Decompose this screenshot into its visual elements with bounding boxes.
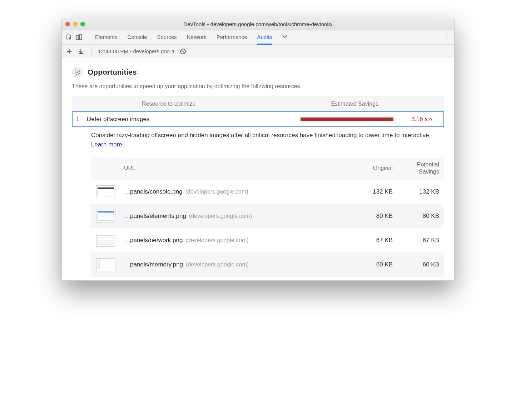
column-potential: PotentialSavings xyxy=(393,161,439,175)
new-audit-button[interactable] xyxy=(65,49,73,54)
devtools-window: DevTools - developers.google.com/web/too… xyxy=(61,18,455,281)
savings-bar-fill xyxy=(301,118,393,121)
resource-path: …panels/network.png xyxy=(124,237,183,244)
resource-row[interactable]: …panels/console.png (developers.google.c… xyxy=(91,180,444,204)
resource-path: …panels/memory.png xyxy=(124,261,183,268)
resource-table: URL Original PotentialSavings …panels/co… xyxy=(72,152,444,277)
resource-row[interactable]: …panels/network.png (developers.google.c… xyxy=(91,228,444,252)
tab-console[interactable]: Console xyxy=(128,30,147,44)
device-mode-icon[interactable] xyxy=(74,32,84,42)
window-titlebar: DevTools - developers.google.com/web/too… xyxy=(62,18,454,30)
opportunity-row[interactable]: 1 Defer offscreen images 3.16 s xyxy=(72,111,444,127)
resource-path: …panels/elements.png xyxy=(124,212,186,220)
tab-network[interactable]: Network xyxy=(187,30,207,44)
resource-path: …panels/console.png xyxy=(124,188,183,195)
resource-original-size: 67 KB xyxy=(350,237,393,244)
window-minimize-button[interactable] xyxy=(73,22,78,26)
resource-host: (developers.google.com) xyxy=(185,237,248,244)
resource-potential-savings: 67 KB xyxy=(393,237,439,244)
opportunities-header: Opportunities xyxy=(72,67,444,78)
resource-host: (developers.google.com) xyxy=(189,213,252,219)
resource-thumbnail-icon xyxy=(96,185,115,198)
column-resource: Resource to optimize xyxy=(72,101,265,107)
audit-session-dropdown[interactable]: 12:43:00 PM - developers.goo ▼ xyxy=(98,48,175,54)
resource-original-size: 132 KB xyxy=(350,188,393,195)
tab-performance[interactable]: Performance xyxy=(217,30,247,44)
resource-host: (developers.google.com) xyxy=(185,189,248,195)
tab-elements[interactable]: Elements xyxy=(95,30,118,44)
resource-potential-savings: 60 KB xyxy=(393,261,439,268)
opportunities-column-headers: Resource to optimize Estimated Savings xyxy=(72,96,444,112)
more-tabs-icon[interactable] xyxy=(282,30,288,44)
window-title: DevTools - developers.google.com/web/too… xyxy=(62,21,454,27)
devtools-menu-icon[interactable]: ⋮ xyxy=(442,34,452,41)
resource-thumbnail-icon xyxy=(96,234,115,247)
resource-row[interactable]: …panels/memory.png (developers.google.co… xyxy=(91,252,444,277)
savings-value: 3.16 s xyxy=(393,116,428,123)
opportunities-icon xyxy=(72,67,83,78)
opportunity-detail: Consider lazy-loading offscreen and hidd… xyxy=(72,127,444,152)
opportunities-title: Opportunities xyxy=(88,68,137,76)
tab-sources[interactable]: Sources xyxy=(157,30,177,44)
resource-thumbnail-icon xyxy=(96,210,115,222)
clear-audit-button[interactable] xyxy=(179,48,187,55)
resource-row[interactable]: …panels/elements.png (developers.google.… xyxy=(91,204,444,228)
window-close-button[interactable] xyxy=(65,22,70,26)
resource-thumbnail-icon xyxy=(96,258,115,271)
window-traffic-lights xyxy=(65,22,85,26)
separator xyxy=(91,47,91,56)
separator xyxy=(87,33,87,42)
audit-session-label: 12:43:00 PM - developers.goo xyxy=(98,48,170,54)
audits-report-content: Opportunities These are opportunities to… xyxy=(62,58,454,280)
resource-potential-savings: 80 KB xyxy=(393,212,439,220)
resource-original-size: 60 KB xyxy=(350,261,393,268)
learn-more-link[interactable]: Learn more xyxy=(91,141,122,148)
audits-toolbar: 12:43:00 PM - developers.goo ▼ xyxy=(62,45,454,58)
window-zoom-button[interactable] xyxy=(80,22,85,26)
column-savings: Estimated Savings xyxy=(265,101,444,107)
inspect-element-icon[interactable] xyxy=(64,32,74,42)
resource-original-size: 80 KB xyxy=(350,212,393,220)
resource-table-header: URL Original PotentialSavings xyxy=(91,157,444,180)
tab-audits[interactable]: Audits xyxy=(257,30,272,45)
collapse-icon[interactable] xyxy=(428,118,438,121)
resource-potential-savings: 132 KB xyxy=(393,188,439,195)
column-original: Original xyxy=(350,165,393,171)
opportunity-index: 1 xyxy=(76,116,87,123)
download-report-button[interactable] xyxy=(77,49,85,54)
svg-rect-1 xyxy=(76,35,80,40)
resource-host: (developers.google.com) xyxy=(186,261,249,268)
devtools-tabbar: Elements Console Sources Network Perform… xyxy=(62,30,454,45)
panel-tabs: Elements Console Sources Network Perform… xyxy=(90,30,288,44)
column-url: URL xyxy=(96,165,350,171)
opportunity-detail-text: Consider lazy-loading offscreen and hidd… xyxy=(91,132,431,139)
savings-bar xyxy=(301,118,393,121)
dropdown-caret-icon: ▼ xyxy=(171,49,175,54)
opportunity-name: Defer offscreen images xyxy=(87,116,301,123)
opportunities-description: These are opportunities to speed up your… xyxy=(72,83,444,90)
